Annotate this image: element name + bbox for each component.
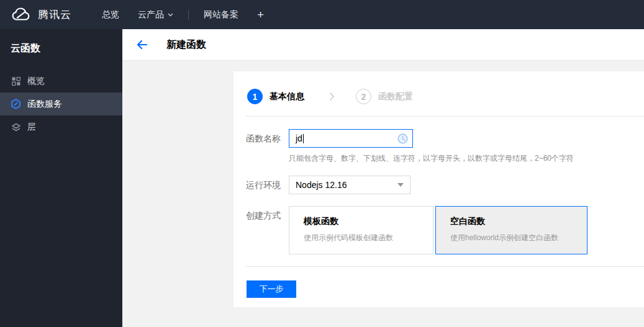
sidebar-item-function-service[interactable]: 函数服务 <box>0 92 122 115</box>
sidebar-item-label: 函数服务 <box>27 99 62 110</box>
nav-item-overview-label: 总览 <box>102 9 119 20</box>
step-indicator: 1 基本信息 2 函数配置 <box>234 71 644 104</box>
scf-hexagon-icon <box>11 99 21 109</box>
top-navbar: 腾讯云 总览 云产品 网站备案 + <box>0 0 644 29</box>
page: 腾讯云 总览 云产品 网站备案 + 云函数 <box>0 0 644 327</box>
sidebar-item-overview[interactable]: 概览 <box>0 69 122 92</box>
method-card-desc: 使用helloworld示例创建空白函数 <box>450 233 587 243</box>
function-name-label: 函数名称 <box>246 129 289 148</box>
clock-pending-icon <box>397 133 408 144</box>
runtime-selected-value: Nodejs 12.16 <box>296 180 347 190</box>
next-step-button[interactable]: 下一步 <box>247 280 296 298</box>
sidebar-item-label: 概览 <box>27 76 45 87</box>
function-name-hint: 只能包含字母、数字、下划线、连字符，以字母开头，以数字或字母结尾，2~60个字符 <box>289 153 644 164</box>
creation-method-label: 创建方式 <box>246 206 289 254</box>
top-nav-menu: 总览 云产品 网站备案 + <box>93 0 273 29</box>
footer-divider <box>246 266 644 267</box>
method-card-blank-function[interactable]: 空白函数 使用helloworld示例创建空白函数 <box>435 206 587 254</box>
creation-method-options: 模板函数 使用示例代码模板创建函数 空白函数 使用helloworld示例创建空… <box>289 206 587 254</box>
add-tab-button[interactable]: + <box>248 0 273 29</box>
function-name-value: jd <box>296 133 302 143</box>
step-2-label: 函数配置 <box>378 91 413 102</box>
page-title: 新建函数 <box>166 38 206 52</box>
method-card-title: 模板函数 <box>304 216 433 227</box>
create-function-form: 函数名称 jd 只能包含字母、数字、下划线、连字符，以字母开头，以数字或字母结尾… <box>234 129 644 254</box>
sidebar-menu: 概览 函数服务 层 <box>0 69 122 138</box>
chevron-down-icon <box>168 13 173 17</box>
dropdown-caret-icon <box>397 183 404 187</box>
step-1-circle: 1 <box>247 89 263 104</box>
nav-item-icp-filing-label: 网站备案 <box>204 9 238 20</box>
back-arrow-icon[interactable] <box>136 40 148 50</box>
text-cursor <box>303 134 304 143</box>
sidebar-item-label: 层 <box>27 122 36 133</box>
function-name-input[interactable]: jd <box>289 129 413 148</box>
sidebar-product-title: 云函数 <box>0 29 122 55</box>
section-divider <box>246 116 644 117</box>
tencent-cloud-logo[interactable]: 腾讯云 <box>11 7 71 22</box>
method-card-title: 空白函数 <box>450 216 587 227</box>
nav-divider <box>188 10 189 20</box>
layers-icon <box>11 122 21 132</box>
page-header: 新建函数 <box>122 29 644 61</box>
brand-name: 腾讯云 <box>38 7 71 22</box>
chevron-right-icon <box>329 92 335 101</box>
cloud-logo-icon <box>11 7 32 22</box>
nav-item-cloud-products-label: 云产品 <box>138 9 164 20</box>
method-card-desc: 使用示例代码模板创建函数 <box>304 233 433 243</box>
runtime-select[interactable]: Nodejs 12.16 <box>289 176 410 194</box>
step-2-circle: 2 <box>356 89 371 104</box>
method-card-template-function[interactable]: 模板函数 使用示例代码模板创建函数 <box>289 206 433 254</box>
sidebar-item-layers[interactable]: 层 <box>0 115 122 138</box>
create-function-card: 1 基本信息 2 函数配置 函数名称 jd <box>234 71 644 307</box>
nav-item-icp-filing[interactable]: 网站备案 <box>194 0 248 29</box>
sidebar: 云函数 概览 <box>0 29 122 327</box>
step-1-label: 基本信息 <box>270 91 304 102</box>
nav-item-overview[interactable]: 总览 <box>93 0 129 29</box>
nav-item-cloud-products[interactable]: 云产品 <box>129 0 183 29</box>
grid-icon <box>11 76 21 86</box>
runtime-label: 运行环境 <box>246 176 289 194</box>
